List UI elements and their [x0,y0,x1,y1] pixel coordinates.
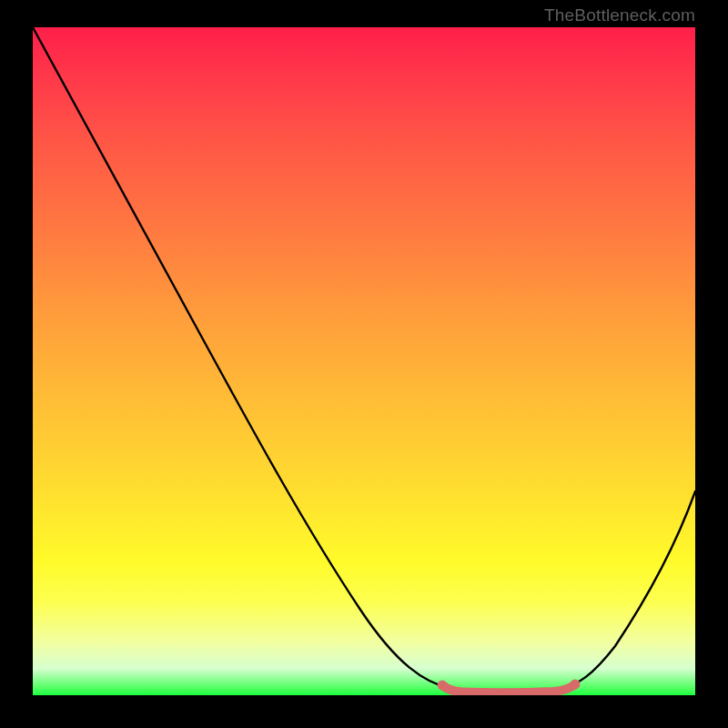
flat-min-highlight [442,684,575,693]
min-end-marker [571,680,581,690]
chart-svg [33,27,695,695]
min-start-marker [438,681,448,691]
plot-area [33,27,695,695]
bottleneck-curve [33,27,695,693]
attribution-text: TheBottleneck.com [544,5,695,25]
chart-frame [33,27,695,695]
